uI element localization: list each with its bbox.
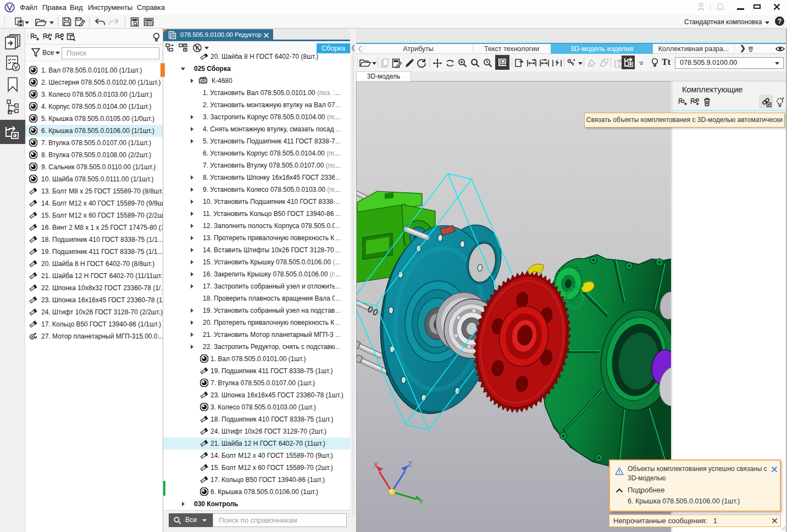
svg-text:N: N — [49, 32, 52, 37]
svg-text:K: K — [196, 45, 200, 51]
svg-text:Z: Z — [408, 461, 412, 468]
svg-text:X: X — [374, 461, 378, 469]
svg-text:Y: Y — [419, 498, 423, 506]
